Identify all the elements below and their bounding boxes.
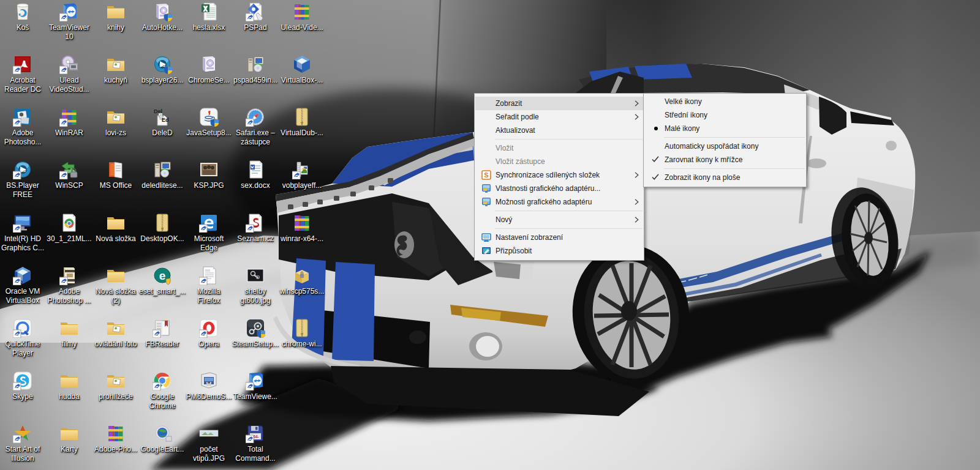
svg-text:S: S: [484, 171, 488, 179]
